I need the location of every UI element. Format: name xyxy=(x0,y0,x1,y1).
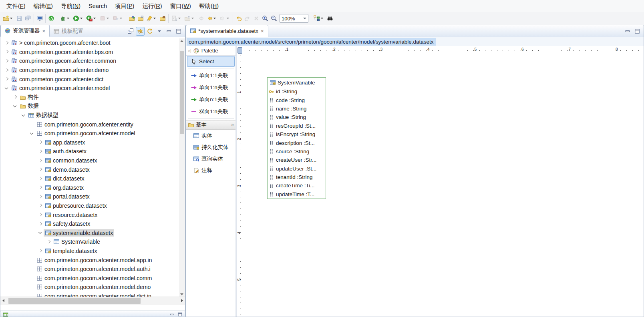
tree-item[interactable]: org.datasetx xyxy=(0,183,179,193)
entity-field[interactable]: description :St... xyxy=(268,138,326,147)
dropdown-caret-icon[interactable] xyxy=(120,18,122,19)
chevron-collapsed-icon[interactable] xyxy=(37,193,44,200)
entity-field[interactable]: createTime :Ti... xyxy=(268,181,326,190)
tree-horizontal-scrollbar[interactable] xyxy=(0,297,185,305)
open-console-button[interactable] xyxy=(35,14,44,23)
tree-item[interactable]: systemvariable.datasetx xyxy=(0,228,179,237)
open-folder-button[interactable] xyxy=(136,14,145,23)
dropdown-caret-icon[interactable] xyxy=(227,18,229,19)
palette-item-persistent-entity[interactable]: 持久化实体 xyxy=(187,142,235,153)
chevron-collapsed-icon[interactable] xyxy=(4,49,10,55)
menu-file[interactable]: 文件(F) xyxy=(2,1,30,12)
dropdown-caret-icon[interactable] xyxy=(80,18,83,19)
chevron-expanded-icon[interactable] xyxy=(12,103,18,109)
tree-item[interactable]: com.primeton.gocom.afcenter.entity xyxy=(0,120,179,129)
tree-item[interactable]: com.primeton.gocom.afcenter.demo xyxy=(0,66,179,75)
scroll-down-arrow[interactable] xyxy=(180,293,183,295)
dropdown-caret-icon[interactable] xyxy=(67,18,69,19)
entity-header[interactable]: SystemVariable xyxy=(268,78,326,87)
tree-item[interactable]: dict.datasetx xyxy=(0,174,179,183)
horizontal-scroll-thumb[interactable] xyxy=(8,298,141,304)
minimize-button[interactable] xyxy=(165,27,173,35)
run-config-button[interactable] xyxy=(85,14,98,23)
chevron-collapsed-icon[interactable] xyxy=(37,248,44,254)
search-button[interactable] xyxy=(326,14,334,23)
chevron-expanded-icon[interactable] xyxy=(20,112,27,118)
palette-tool-relation-bi-1-n[interactable]: 双向1:n关联 xyxy=(187,106,235,117)
update-button[interactable] xyxy=(183,14,196,23)
palette-collapse-icon[interactable]: ◁ xyxy=(188,48,191,53)
palette-item-entity[interactable]: 实体 xyxy=(187,130,235,141)
tree-item[interactable]: template.datasetx xyxy=(0,247,179,256)
entity-field[interactable]: resGroupId :St... xyxy=(268,122,326,130)
zoom-select-button[interactable]: 100% xyxy=(280,14,308,23)
scroll-left-arrow[interactable] xyxy=(2,299,4,302)
link-with-editor-button[interactable] xyxy=(136,27,144,35)
entity-node-systemvariable[interactable]: SystemVariable id :Stringcode :Stringnam… xyxy=(267,77,326,199)
chevron-collapsed-icon[interactable] xyxy=(4,40,10,46)
highlighter-button[interactable] xyxy=(145,14,158,23)
menu-run[interactable]: 运行(R) xyxy=(138,1,166,12)
palette-item-note[interactable]: 注释 xyxy=(187,165,235,176)
view-menu-button[interactable] xyxy=(155,27,163,35)
chevron-expanded-icon[interactable] xyxy=(29,130,35,136)
scroll-right-arrow[interactable] xyxy=(181,299,183,302)
tree-item[interactable]: com.primeton.gocom.afcenter.model.dict.i… xyxy=(0,292,179,297)
forward-button[interactable] xyxy=(218,14,231,23)
chevron-collapsed-icon[interactable] xyxy=(46,239,52,245)
scroll-up-arrow[interactable] xyxy=(180,40,183,42)
close-icon[interactable]: × xyxy=(260,28,264,34)
tree-item[interactable]: com.primeton.gocom.afcenter.model.app.in xyxy=(0,255,179,265)
chevron-collapsed-icon[interactable] xyxy=(4,67,10,73)
collapse-all-button[interactable] xyxy=(127,27,135,35)
menu-search[interactable]: Search xyxy=(85,1,111,11)
tree-item[interactable]: safety.datasetx xyxy=(0,219,179,229)
entity-field[interactable]: tenantId :String xyxy=(268,173,326,181)
tree-item[interactable]: resource.datasetx xyxy=(0,210,179,219)
chevron-collapsed-icon[interactable] xyxy=(37,175,44,182)
dropdown-caret-icon[interactable] xyxy=(153,18,156,19)
tree-item[interactable]: 构件 xyxy=(0,93,179,102)
open-resource-button[interactable] xyxy=(127,14,136,23)
palette-tool-relation-n-1[interactable]: 单向n:1关联 xyxy=(187,94,235,105)
tree-vertical-scrollbar[interactable] xyxy=(179,38,185,297)
save-button[interactable] xyxy=(15,14,24,23)
checkin-button[interactable] xyxy=(170,14,183,23)
save-all-button[interactable] xyxy=(24,14,32,23)
redo-button[interactable] xyxy=(243,14,252,23)
entity-field[interactable]: updateTime :T... xyxy=(268,190,326,199)
layout-button[interactable] xyxy=(312,14,326,23)
delete-button[interactable] xyxy=(252,14,261,23)
minimize-button[interactable] xyxy=(624,27,632,35)
entity-field[interactable]: createUser :Str... xyxy=(268,156,326,164)
chevron-collapsed-icon[interactable] xyxy=(37,148,44,154)
stop-button[interactable] xyxy=(98,14,111,23)
entity-field[interactable]: updateUser :St... xyxy=(268,165,326,173)
tree-item[interactable]: com.primeton.gocom.afcenter.model.auth.i xyxy=(0,265,179,274)
maximize-button[interactable] xyxy=(633,27,641,35)
chevron-collapsed-icon[interactable] xyxy=(12,94,18,100)
refresh-button[interactable] xyxy=(146,27,154,35)
menu-edit[interactable]: 编辑(E) xyxy=(30,1,57,12)
entity-field[interactable]: id :String xyxy=(268,87,326,96)
tree-item[interactable]: com.primeton.gocom.afcenter.model.demo xyxy=(0,283,179,292)
dropdown-caret-icon[interactable] xyxy=(213,18,216,19)
run-button[interactable] xyxy=(72,14,85,23)
menu-window[interactable]: 窗口(W) xyxy=(166,1,195,12)
palette-tool-relation-1-n[interactable]: 单向1:n关联 xyxy=(187,82,235,93)
entity-field[interactable]: name :String xyxy=(268,104,326,113)
chevron-expanded-icon[interactable] xyxy=(37,230,44,236)
dropdown-caret-icon[interactable] xyxy=(93,18,96,19)
eos-server-button[interactable] xyxy=(47,14,56,23)
menu-navigate[interactable]: 导航(N) xyxy=(57,1,85,12)
entity-field[interactable]: code :String xyxy=(268,96,326,104)
bottom-view-stack[interactable] xyxy=(0,311,185,317)
tree-item[interactable]: com.primeton.gocom.afcenter.model xyxy=(0,129,179,138)
chevron-collapsed-icon[interactable] xyxy=(4,58,10,64)
dropdown-caret-icon[interactable] xyxy=(321,18,323,19)
tree-item[interactable]: pubresource.datasetx xyxy=(0,201,179,211)
palette-tool-relation-1-1[interactable]: 单向1:1关联 xyxy=(187,70,235,81)
dropdown-caret-icon[interactable] xyxy=(10,18,12,19)
palette-tool-select[interactable]: Select xyxy=(187,56,235,67)
dropdown-caret-icon[interactable] xyxy=(107,18,109,19)
